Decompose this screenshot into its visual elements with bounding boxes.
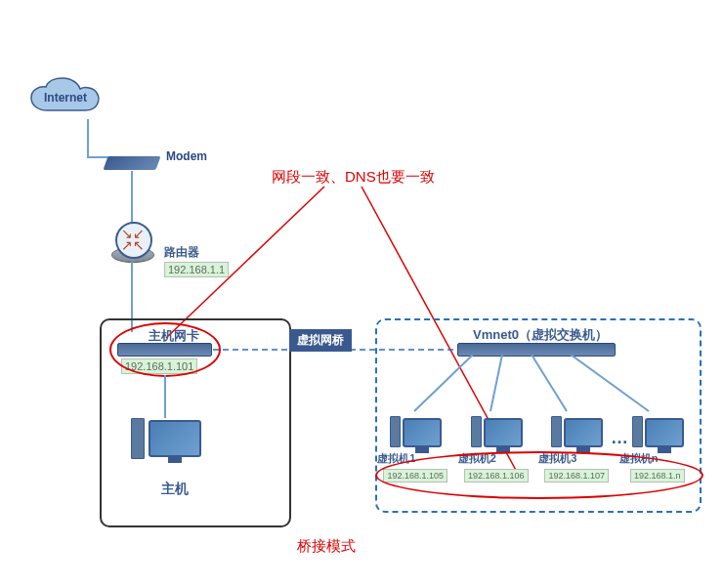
bottom-caption: 桥接模式 [297, 537, 356, 556]
vm-red-oval [375, 451, 703, 499]
vswitch-icon [457, 343, 616, 357]
host-nic-red-oval [109, 322, 221, 377]
wire-cloud-modem [87, 119, 89, 156]
annotation-text: 网段一致、DNS也要一致 [272, 168, 435, 187]
bridge-label: 虚拟网桥 [289, 329, 352, 352]
vswitch-label: Vmnet0（虚拟交换机） [473, 326, 608, 344]
modem-icon [103, 156, 160, 170]
modem-label: Modem [166, 149, 207, 163]
router-label: 路由器 [164, 244, 199, 261]
router-ip: 192.168.1.1 [164, 262, 229, 277]
host-label: 主机 [161, 481, 189, 498]
ellipsis: … [611, 428, 630, 448]
internet-label: Internet [44, 91, 87, 105]
wire-nic-pc [164, 375, 166, 418]
router-icon: ↘ ↙ ↗ ↖ [115, 222, 152, 259]
